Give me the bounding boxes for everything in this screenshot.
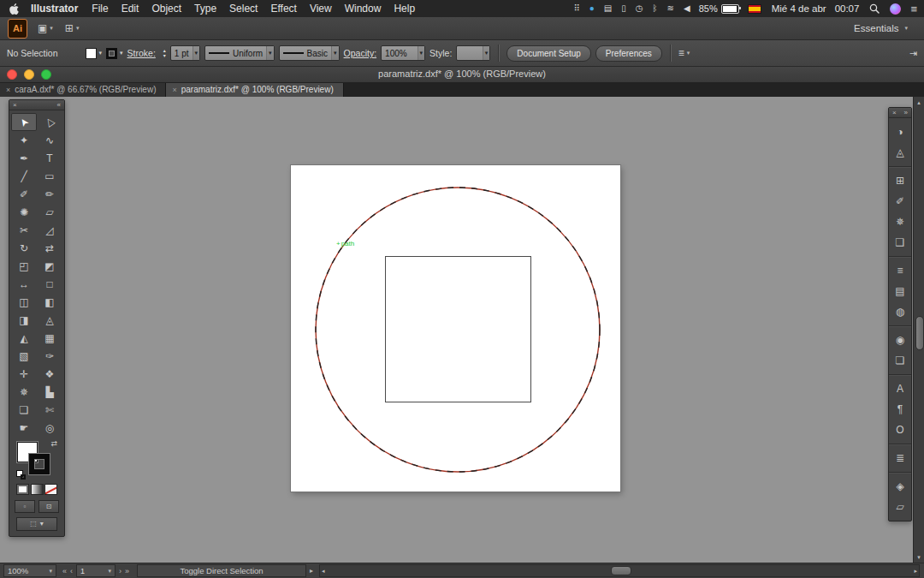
- width-profile-dropdown[interactable]: Uniform ▾: [204, 45, 275, 61]
- pencil-tool[interactable]: ✏: [37, 185, 62, 203]
- eyedropper-tool[interactable]: ✑: [37, 347, 62, 365]
- menu-object[interactable]: Object: [151, 3, 181, 15]
- stroke-panel-icon[interactable]: ≡: [889, 260, 911, 281]
- shear-tool[interactable]: ◩: [37, 257, 62, 275]
- arrange-documents-button[interactable]: ⊞▾: [65, 22, 80, 34]
- free-transform-tool[interactable]: □: [37, 275, 62, 293]
- scroll-down-icon[interactable]: ▾: [914, 554, 924, 560]
- artwork-canvas[interactable]: [291, 165, 620, 492]
- symbols-panel-icon[interactable]: ✵: [889, 212, 911, 232]
- bridge-button[interactable]: ▣▾: [38, 22, 53, 34]
- battery-indicator[interactable]: 85%: [699, 3, 739, 14]
- transform-panel-icon[interactable]: ▱: [889, 497, 911, 517]
- stroke-color-swatch[interactable]: [106, 48, 117, 59]
- transparency-panel-icon[interactable]: ◍: [889, 301, 911, 322]
- rectangle-tool[interactable]: ▭: [37, 167, 62, 185]
- display-icon[interactable]: ▯: [621, 4, 626, 13]
- knife-tool[interactable]: ◿: [37, 221, 62, 239]
- options-flyout[interactable]: ≡ ▾: [678, 47, 690, 59]
- draw-normal-button[interactable]: ▫: [15, 500, 35, 513]
- menu-select[interactable]: Select: [229, 3, 258, 15]
- swatches-panel-icon[interactable]: ⊞: [889, 170, 911, 191]
- keyboard-layout-flag-icon[interactable]: [748, 4, 761, 14]
- mesh-tool[interactable]: ▦: [37, 329, 62, 347]
- stroke-panel-link[interactable]: Stroke:: [127, 48, 156, 58]
- vertical-scrollbar[interactable]: ▴ ▾: [913, 97, 924, 563]
- none-button[interactable]: [44, 484, 57, 495]
- tools-panel-close-icon[interactable]: ×: [13, 102, 17, 109]
- workspace-switcher[interactable]: Essentials ▾: [854, 23, 916, 33]
- siri-icon[interactable]: [890, 3, 901, 15]
- measure-tool[interactable]: ✛: [11, 365, 37, 383]
- stepper-down-icon[interactable]: ▾: [163, 53, 166, 58]
- opentype-panel-icon[interactable]: O: [889, 420, 911, 440]
- graphic-styles-panel-icon[interactable]: ❑: [889, 232, 911, 253]
- color-panel-icon[interactable]: ◑: [889, 122, 911, 142]
- column-graph-tool[interactable]: ▙: [37, 383, 62, 401]
- lasso-tool[interactable]: ∿: [37, 131, 62, 149]
- bluetooth-icon[interactable]: ᛒ: [653, 4, 658, 13]
- character-panel-icon[interactable]: A: [889, 378, 911, 399]
- blend-tool[interactable]: ❖: [37, 365, 62, 383]
- reflect-tool[interactable]: ⇄: [37, 239, 62, 257]
- draw-behind-button[interactable]: ⊡: [38, 500, 59, 513]
- document-tab[interactable]: ×paramatriz.dxf* @ 100% (RGB/Preview): [166, 82, 343, 97]
- gradient-tool[interactable]: ▧: [11, 347, 37, 365]
- gradient-panel-icon[interactable]: ▤: [889, 281, 911, 301]
- style-dropdown[interactable]: ▾: [456, 45, 490, 61]
- menu-edit[interactable]: Edit: [121, 3, 139, 15]
- menubar-time[interactable]: 00:07: [835, 3, 860, 14]
- slice-tool[interactable]: ✄: [37, 401, 62, 419]
- fill-caret-icon[interactable]: ▾: [99, 50, 103, 57]
- panel-dock-close-icon[interactable]: ×: [892, 110, 897, 116]
- sync-icon[interactable]: ●: [589, 4, 595, 13]
- eraser-tool[interactable]: ▱: [37, 203, 62, 221]
- appearance-panel-icon[interactable]: ◉: [889, 330, 911, 350]
- vertical-scrollbar-thumb[interactable]: [915, 316, 924, 350]
- live-paint-selection-tool[interactable]: ◨: [11, 311, 37, 329]
- pathfinder-panel-icon[interactable]: ◈: [889, 476, 911, 497]
- screen-mode-button[interactable]: ⬚ ▾: [16, 517, 57, 531]
- magic-wand-tool[interactable]: ✦: [11, 131, 37, 149]
- zoom-caret-icon[interactable]: ▾: [49, 568, 52, 575]
- stroke-swatch[interactable]: [29, 454, 50, 474]
- status-expand-icon[interactable]: ▸: [310, 567, 313, 575]
- symbol-sprayer-tool[interactable]: ✵: [11, 383, 37, 401]
- scroll-up-icon[interactable]: ▴: [914, 99, 924, 105]
- app-indicator-icon[interactable]: ▤: [604, 4, 612, 13]
- menubar-app-name[interactable]: Illustrator: [31, 3, 78, 15]
- menu-view[interactable]: View: [310, 3, 332, 15]
- spotlight-icon[interactable]: [869, 3, 880, 14]
- opacity-panel-link[interactable]: Opacity:: [344, 48, 377, 58]
- selection-tool[interactable]: ➤: [11, 113, 37, 131]
- brushes-panel-icon[interactable]: ✐: [889, 191, 911, 212]
- time-machine-icon[interactable]: ◷: [636, 4, 643, 13]
- brush-dropdown[interactable]: Basic ▾: [279, 45, 340, 61]
- notification-center-icon[interactable]: ≡: [910, 3, 917, 15]
- scroll-left-icon[interactable]: ◂: [322, 565, 325, 576]
- menu-file[interactable]: File: [92, 3, 108, 15]
- type-tool[interactable]: T: [37, 149, 62, 167]
- preferences-button[interactable]: Preferences: [595, 45, 662, 62]
- document-setup-button[interactable]: Document Setup: [506, 45, 591, 62]
- width-profile-caret-icon[interactable]: ▾: [266, 46, 274, 60]
- tools-panel-collapse-icon[interactable]: «: [57, 102, 61, 109]
- artboard-number-field[interactable]: 1 ▾: [76, 564, 116, 577]
- horizontal-scrollbar-thumb[interactable]: [611, 566, 631, 575]
- width-tool[interactable]: ↔: [11, 275, 37, 293]
- artboard-tool[interactable]: ❏: [11, 401, 37, 419]
- stroke-weight-field[interactable]: 1 pt ▾: [170, 45, 200, 61]
- gradient-button[interactable]: [31, 484, 44, 495]
- previous-artboard-button[interactable]: ‹: [70, 567, 73, 575]
- zoom-level-dropdown[interactable]: 100% ▾: [3, 564, 56, 577]
- artboard[interactable]: + path: [291, 165, 620, 492]
- opacity-caret-icon[interactable]: ▾: [418, 46, 425, 60]
- volume-icon[interactable]: ◀: [684, 4, 690, 13]
- stroke-caret-icon[interactable]: ▾: [120, 50, 123, 57]
- default-fill-stroke-icon[interactable]: [16, 470, 26, 480]
- hand-tool[interactable]: ☛: [11, 419, 37, 437]
- next-artboard-button[interactable]: ›: [119, 567, 121, 575]
- line-segment-tool[interactable]: ╱: [11, 167, 37, 185]
- tools-panel-header[interactable]: × «: [9, 100, 64, 110]
- stroke-weight-caret-icon[interactable]: ▾: [192, 46, 200, 60]
